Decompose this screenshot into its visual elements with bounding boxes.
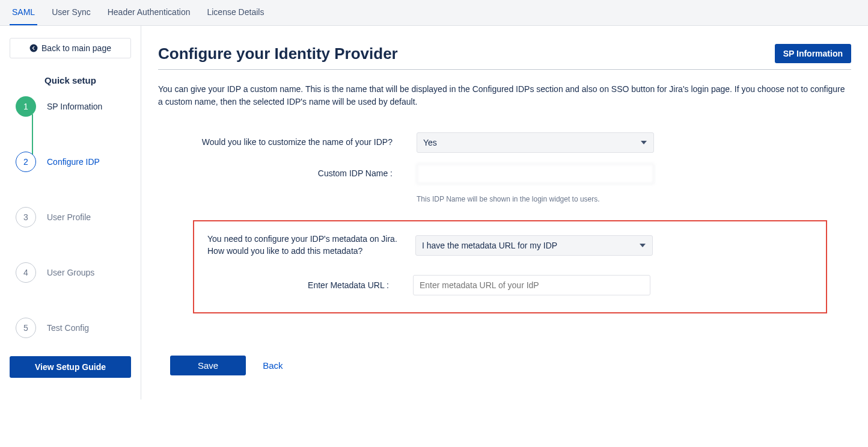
metadata-highlight-box: You need to configure your IDP's metadat… xyxy=(193,220,827,313)
svg-point-0 xyxy=(30,45,38,52)
step-number: 1 xyxy=(16,96,36,117)
label-customize-idp: Would you like to customize the name of … xyxy=(158,137,417,149)
input-custom-idp-name[interactable] xyxy=(417,164,654,184)
arrow-left-circle-icon xyxy=(29,44,38,52)
label-metadata-url: Enter Metadata URL : xyxy=(199,280,413,290)
main-content: Configure your Identity Provider SP Info… xyxy=(141,26,868,399)
step-label: User Groups xyxy=(47,268,94,277)
select-customize-idp[interactable]: Yes xyxy=(417,132,654,153)
page-description: You can give your IDP a custom name. Thi… xyxy=(158,83,849,108)
hint-custom-idp-name: This IDP Name will be shown in the login… xyxy=(417,195,851,203)
label-metadata-prompt: You need to configure your IDP's metadat… xyxy=(199,233,415,257)
form-actions: Save Back xyxy=(158,356,851,375)
save-button[interactable]: Save xyxy=(170,356,246,375)
step-user-profile[interactable]: 3 User Profile xyxy=(16,207,131,262)
quick-setup-title: Quick setup xyxy=(10,75,131,85)
step-number: 2 xyxy=(16,152,36,172)
tab-saml[interactable]: SAML xyxy=(10,0,37,25)
step-number: 4 xyxy=(16,262,36,283)
steps-list: 1 SP Information 2 Configure IDP 3 User … xyxy=(10,96,131,350)
view-setup-guide-button[interactable]: View Setup Guide xyxy=(10,356,131,378)
page-title: Configure your Identity Provider xyxy=(158,45,398,63)
sidebar: Back to main page Quick setup 1 SP Infor… xyxy=(0,26,141,399)
step-test-config[interactable]: 5 Test Config xyxy=(16,318,131,350)
back-to-main-label: Back to main page xyxy=(41,43,111,53)
step-number: 3 xyxy=(16,207,36,227)
back-to-main-button[interactable]: Back to main page xyxy=(10,38,131,58)
label-custom-idp-name: Custom IDP Name : xyxy=(158,168,417,180)
step-sp-information[interactable]: 1 SP Information xyxy=(16,96,131,152)
row-custom-idp-name: Custom IDP Name : xyxy=(158,164,851,184)
step-user-groups[interactable]: 4 User Groups xyxy=(16,262,131,318)
sp-information-button[interactable]: SP Information xyxy=(775,44,851,63)
tab-header-auth[interactable]: Header Authentication xyxy=(105,0,193,25)
row-customize-idp: Would you like to customize the name of … xyxy=(158,132,851,153)
step-label: Test Config xyxy=(47,323,89,333)
back-link[interactable]: Back xyxy=(263,360,283,371)
row-metadata-url: Enter Metadata URL : xyxy=(199,275,821,295)
step-label: SP Information xyxy=(47,102,102,111)
step-number: 5 xyxy=(16,318,36,338)
row-metadata-method: You need to configure your IDP's metadat… xyxy=(199,233,821,257)
tab-license[interactable]: License Details xyxy=(204,0,266,25)
tab-user-sync[interactable]: User Sync xyxy=(49,0,93,25)
step-label: User Profile xyxy=(47,212,91,222)
step-label: Configure IDP xyxy=(47,157,100,167)
top-tabs: SAML User Sync Header Authentication Lic… xyxy=(0,0,868,26)
step-configure-idp[interactable]: 2 Configure IDP xyxy=(16,152,131,207)
input-metadata-url[interactable] xyxy=(413,275,650,295)
select-metadata-method[interactable]: I have the metadata URL for my IDP xyxy=(415,235,653,256)
header-row: Configure your Identity Provider SP Info… xyxy=(158,44,851,70)
